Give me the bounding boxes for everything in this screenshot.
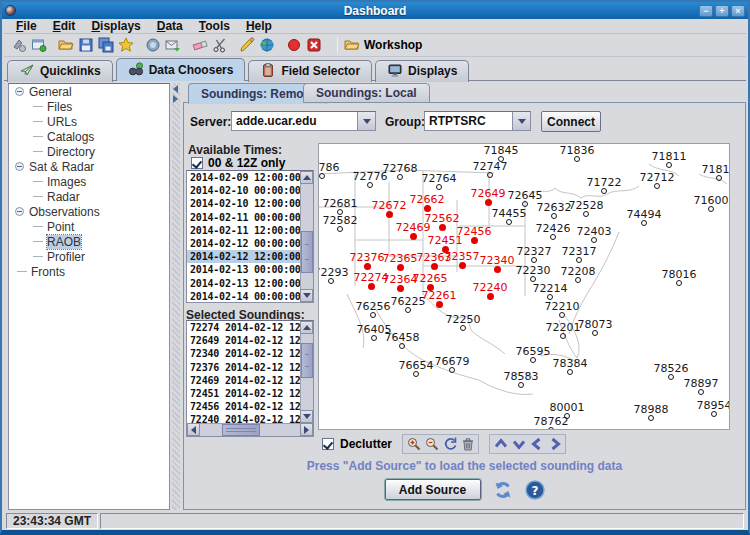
rotate-icon[interactable]: [441, 436, 458, 452]
menu-displays[interactable]: Displays: [83, 19, 148, 33]
sidebar-item-directory[interactable]: Directory: [33, 144, 169, 159]
pan-down-icon[interactable]: [510, 436, 527, 452]
tree-label: RAOB: [47, 235, 81, 249]
tree-expand-knob[interactable]: [15, 87, 24, 96]
server-combo[interactable]: adde.ucar.edu: [231, 111, 376, 131]
chevron-down-icon[interactable]: [357, 112, 375, 130]
maximize-button[interactable]: +: [715, 5, 729, 17]
chevron-down-icon[interactable]: [512, 112, 530, 130]
scroll-down-icon[interactable]: [300, 289, 313, 302]
sidebar-item-observations[interactable]: Observations: [9, 204, 169, 219]
cut-icon[interactable]: [210, 36, 230, 55]
stop-icon[interactable]: [304, 36, 324, 55]
sidebar-item-general[interactable]: General: [9, 84, 169, 99]
tab-data-choosers[interactable]: Data Choosers: [116, 58, 246, 81]
sidebar-item-images[interactable]: Images: [33, 174, 169, 189]
sounding-list-item[interactable]: 72274 2014-02-12 12:0: [187, 321, 300, 334]
dock-icon[interactable]: [9, 36, 29, 55]
sidebar-item-files[interactable]: Files: [33, 99, 169, 114]
soundings-vscrollbar[interactable]: [300, 321, 313, 423]
sidebar-item-fronts[interactable]: Fronts: [17, 264, 169, 279]
workshop-button[interactable]: Workshop: [344, 37, 422, 53]
delete-icon[interactable]: [459, 436, 476, 452]
time-list-item[interactable]: 2014-02-12 00:00:00Z: [187, 237, 300, 250]
sounding-list-item[interactable]: 72456 2014-02-12 12:0: [187, 400, 300, 413]
menu-data[interactable]: Data: [149, 19, 191, 33]
time-list-item[interactable]: 2014-02-10 00:00:00Z: [187, 184, 300, 197]
record-icon[interactable]: [284, 36, 304, 55]
tab-soundings-local[interactable]: Soundings: Local: [303, 83, 430, 103]
sounding-list-item[interactable]: 72240 2014-02-12 12:0: [187, 413, 300, 423]
scroll-thumb[interactable]: [301, 231, 313, 273]
time-list-item[interactable]: 2014-02-11 00:00:00Z: [187, 211, 300, 224]
sounding-list-item[interactable]: 72340 2014-02-12 12:0: [187, 347, 300, 360]
time-list-item[interactable]: 2014-02-11 12:00:00Z: [187, 224, 300, 237]
connect-button[interactable]: Connect: [541, 111, 601, 132]
station-marker: [405, 307, 411, 313]
declutter-checkbox[interactable]: [322, 438, 334, 450]
tree-label: Point: [47, 220, 74, 234]
sidebar-item-point[interactable]: Point: [33, 219, 169, 234]
tab-quicklinks[interactable]: Quicklinks: [7, 60, 113, 82]
times-scrollbar[interactable]: [300, 171, 313, 302]
zoom-in-icon[interactable]: [405, 436, 422, 452]
eraser-icon[interactable]: [190, 36, 210, 55]
pan-right-icon[interactable]: [546, 436, 563, 452]
favorites-star-icon[interactable]: [116, 36, 136, 55]
menu-help[interactable]: Help: [238, 19, 280, 33]
tab-field-selector[interactable]: Field Selector: [248, 60, 372, 82]
reload-icon[interactable]: [493, 480, 513, 500]
sidebar-item-raob[interactable]: RAOB: [33, 234, 169, 249]
menu-file[interactable]: File: [8, 19, 45, 33]
sidebar-item-urls[interactable]: URLs: [33, 114, 169, 129]
globe-icon[interactable]: [257, 36, 277, 55]
split-pane-divider[interactable]: [172, 83, 180, 510]
sidebar-item-profiler[interactable]: Profiler: [33, 249, 169, 264]
scroll-up-icon[interactable]: [300, 171, 313, 184]
scroll-right-icon[interactable]: [300, 423, 313, 436]
scroll-up-icon[interactable]: [300, 321, 313, 334]
time-list-item[interactable]: 2014-02-12 12:00:00Z: [187, 250, 300, 263]
group-combo[interactable]: RTPTSRC: [424, 111, 531, 131]
time-list-item[interactable]: 2014-02-10 12:00:00Z: [187, 197, 300, 210]
show-dashboard-icon[interactable]: [29, 36, 49, 55]
sounding-list-item[interactable]: 72649 2014-02-12 12:0: [187, 334, 300, 347]
support-icon[interactable]: [143, 36, 163, 55]
time-list-item[interactable]: 2014-02-13 00:00:00Z: [187, 263, 300, 276]
sidebar-item-radar[interactable]: Radar: [33, 189, 169, 204]
close-button[interactable]: ×: [731, 5, 745, 17]
save-as-icon[interactable]: [96, 36, 116, 55]
time-list-item[interactable]: 2014-02-13 12:00:00Z: [187, 277, 300, 290]
menu-edit[interactable]: Edit: [45, 19, 84, 33]
sounding-list-item[interactable]: 72451 2014-02-12 12:0: [187, 387, 300, 400]
time-list-item[interactable]: 2014-02-14 00:00:00Z: [187, 290, 300, 302]
pan-left-icon[interactable]: [528, 436, 545, 452]
collapse-left-icon[interactable]: [173, 85, 178, 93]
z-filter-checkbox[interactable]: [191, 157, 203, 169]
expand-right-icon[interactable]: [173, 95, 178, 103]
tree-expand-knob[interactable]: [15, 162, 24, 171]
help-icon[interactable]: ?: [525, 480, 545, 500]
zoom-out-icon[interactable]: [423, 436, 440, 452]
draw-icon[interactable]: [237, 36, 257, 55]
mail-icon[interactable]: [163, 36, 183, 55]
sounding-list-item[interactable]: 72469 2014-02-12 12:0: [187, 374, 300, 387]
selected-station-marker: [439, 224, 446, 231]
tree-expand-knob[interactable]: [15, 207, 24, 216]
sidebar-item-sat-radar[interactable]: Sat & Radar: [9, 159, 169, 174]
scroll-left-icon[interactable]: [187, 423, 200, 436]
sidebar-item-catalogs[interactable]: Catalogs: [33, 129, 169, 144]
sounding-list-item[interactable]: 72376 2014-02-12 12:0: [187, 361, 300, 374]
menu-tools[interactable]: Tools: [191, 19, 238, 33]
minimize-button[interactable]: −: [699, 5, 713, 17]
scroll-thumb[interactable]: [301, 343, 313, 378]
scroll-down-icon[interactable]: [300, 410, 313, 423]
tab-displays[interactable]: Displays: [375, 60, 469, 82]
scroll-thumb[interactable]: [222, 424, 260, 436]
save-icon[interactable]: [76, 36, 96, 55]
add-source-button[interactable]: Add Source: [385, 479, 481, 500]
open-folder-icon[interactable]: [56, 36, 76, 55]
time-list-item[interactable]: 2014-02-09 12:00:00Z: [187, 171, 300, 184]
soundings-hscrollbar[interactable]: [187, 423, 313, 436]
pan-up-icon[interactable]: [492, 436, 509, 452]
